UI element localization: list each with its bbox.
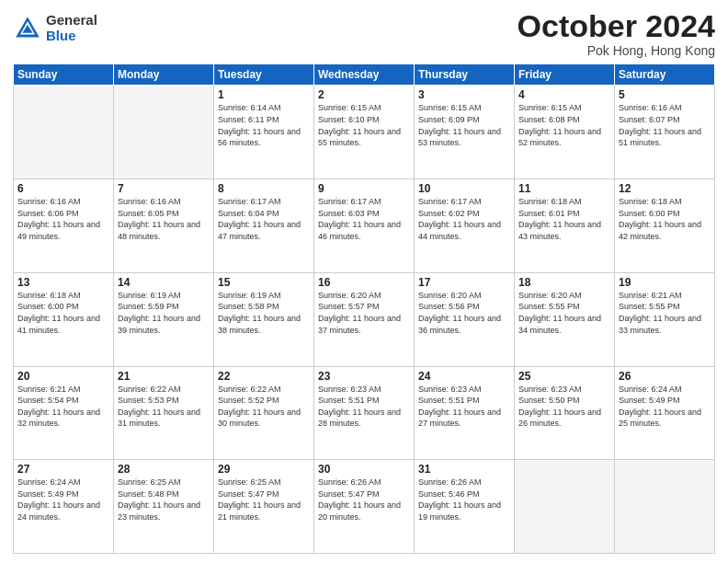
weekday-header-friday: Friday — [515, 64, 615, 86]
calendar-cell-8: 7Sunrise: 6:16 AM Sunset: 6:05 PM Daylig… — [114, 179, 214, 273]
day-number: 23 — [318, 370, 410, 383]
calendar-cell-27: 26Sunrise: 6:24 AM Sunset: 5:49 PM Dayli… — [615, 366, 715, 460]
calendar-cell-1 — [114, 86, 214, 179]
calendar-week-4: 27Sunrise: 6:24 AM Sunset: 5:49 PM Dayli… — [14, 460, 715, 554]
calendar-cell-4: 3Sunrise: 6:15 AM Sunset: 6:09 PM Daylig… — [415, 86, 515, 179]
day-info: Sunrise: 6:26 AM Sunset: 5:46 PM Dayligh… — [418, 477, 510, 523]
calendar-cell-32: 31Sunrise: 6:26 AM Sunset: 5:46 PM Dayli… — [415, 460, 515, 554]
day-info: Sunrise: 6:22 AM Sunset: 5:53 PM Dayligh… — [118, 384, 210, 430]
day-number: 16 — [318, 276, 410, 289]
day-number: 18 — [518, 276, 610, 289]
day-number: 12 — [619, 182, 711, 195]
calendar-cell-30: 29Sunrise: 6:25 AM Sunset: 5:47 PM Dayli… — [214, 460, 314, 554]
day-number: 29 — [218, 463, 310, 476]
day-number: 9 — [318, 182, 410, 195]
day-number: 25 — [518, 370, 610, 383]
day-info: Sunrise: 6:16 AM Sunset: 6:06 PM Dayligh… — [17, 196, 109, 242]
day-number: 2 — [318, 88, 410, 101]
day-info: Sunrise: 6:18 AM Sunset: 6:00 PM Dayligh… — [619, 196, 711, 242]
day-number: 5 — [619, 88, 711, 101]
calendar-cell-31: 30Sunrise: 6:26 AM Sunset: 5:47 PM Dayli… — [314, 460, 415, 554]
day-number: 19 — [619, 276, 711, 289]
day-number: 11 — [518, 182, 610, 195]
day-number: 24 — [418, 370, 510, 383]
day-info: Sunrise: 6:24 AM Sunset: 5:49 PM Dayligh… — [619, 384, 711, 430]
calendar-cell-10: 9Sunrise: 6:17 AM Sunset: 6:03 PM Daylig… — [314, 179, 415, 273]
day-info: Sunrise: 6:23 AM Sunset: 5:50 PM Dayligh… — [518, 384, 610, 430]
day-info: Sunrise: 6:20 AM Sunset: 5:57 PM Dayligh… — [318, 290, 410, 336]
day-number: 4 — [518, 88, 610, 101]
weekday-header-tuesday: Tuesday — [214, 64, 314, 86]
day-info: Sunrise: 6:17 AM Sunset: 6:03 PM Dayligh… — [318, 196, 410, 242]
calendar-cell-21: 20Sunrise: 6:21 AM Sunset: 5:54 PM Dayli… — [14, 366, 114, 460]
calendar-cell-28: 27Sunrise: 6:24 AM Sunset: 5:49 PM Dayli… — [14, 460, 114, 554]
day-info: Sunrise: 6:26 AM Sunset: 5:47 PM Dayligh… — [318, 477, 410, 523]
calendar-cell-34 — [615, 460, 715, 554]
day-info: Sunrise: 6:19 AM Sunset: 5:58 PM Dayligh… — [218, 290, 310, 336]
day-number: 1 — [218, 88, 310, 101]
logo-icon — [13, 14, 42, 43]
day-info: Sunrise: 6:18 AM Sunset: 6:01 PM Dayligh… — [518, 196, 610, 242]
day-info: Sunrise: 6:19 AM Sunset: 5:59 PM Dayligh… — [118, 290, 210, 336]
weekday-header-sunday: Sunday — [14, 64, 114, 86]
day-info: Sunrise: 6:18 AM Sunset: 6:00 PM Dayligh… — [17, 290, 109, 336]
day-number: 7 — [118, 182, 210, 195]
day-number: 15 — [218, 276, 310, 289]
calendar-week-3: 20Sunrise: 6:21 AM Sunset: 5:54 PM Dayli… — [14, 366, 715, 460]
weekday-header-wednesday: Wednesday — [314, 64, 415, 86]
calendar-cell-19: 18Sunrise: 6:20 AM Sunset: 5:55 PM Dayli… — [515, 272, 615, 366]
day-number: 17 — [418, 276, 510, 289]
day-info: Sunrise: 6:16 AM Sunset: 6:07 PM Dayligh… — [619, 102, 711, 148]
day-number: 27 — [17, 463, 109, 476]
logo-general-text: General — [46, 13, 97, 29]
calendar-cell-17: 16Sunrise: 6:20 AM Sunset: 5:57 PM Dayli… — [314, 272, 415, 366]
day-number: 28 — [118, 463, 210, 476]
day-number: 6 — [17, 182, 109, 195]
day-number: 8 — [218, 182, 310, 195]
calendar-cell-26: 25Sunrise: 6:23 AM Sunset: 5:50 PM Dayli… — [515, 366, 615, 460]
calendar-cell-2: 1Sunrise: 6:14 AM Sunset: 6:11 PM Daylig… — [214, 86, 314, 179]
day-number: 26 — [619, 370, 711, 383]
calendar-week-1: 6Sunrise: 6:16 AM Sunset: 6:06 PM Daylig… — [14, 179, 715, 273]
weekday-header-row: SundayMondayTuesdayWednesdayThursdayFrid… — [14, 64, 715, 86]
day-number: 30 — [318, 463, 410, 476]
day-info: Sunrise: 6:17 AM Sunset: 6:04 PM Dayligh… — [218, 196, 310, 242]
calendar-cell-9: 8Sunrise: 6:17 AM Sunset: 6:04 PM Daylig… — [214, 179, 314, 273]
day-info: Sunrise: 6:21 AM Sunset: 5:54 PM Dayligh… — [17, 384, 109, 430]
calendar-cell-25: 24Sunrise: 6:23 AM Sunset: 5:51 PM Dayli… — [415, 366, 515, 460]
day-info: Sunrise: 6:24 AM Sunset: 5:49 PM Dayligh… — [17, 477, 109, 523]
calendar-title: October 2024 — [518, 9, 715, 43]
day-number: 20 — [17, 370, 109, 383]
header: General Blue October 2024 Pok Hong, Hong… — [13, 9, 715, 58]
day-info: Sunrise: 6:22 AM Sunset: 5:52 PM Dayligh… — [218, 384, 310, 430]
calendar-cell-16: 15Sunrise: 6:19 AM Sunset: 5:58 PM Dayli… — [214, 272, 314, 366]
day-number: 31 — [418, 463, 510, 476]
weekday-header-monday: Monday — [114, 64, 214, 86]
calendar-cell-3: 2Sunrise: 6:15 AM Sunset: 6:10 PM Daylig… — [314, 86, 415, 179]
day-info: Sunrise: 6:20 AM Sunset: 5:55 PM Dayligh… — [518, 290, 610, 336]
calendar-cell-11: 10Sunrise: 6:17 AM Sunset: 6:02 PM Dayli… — [415, 179, 515, 273]
calendar-cell-12: 11Sunrise: 6:18 AM Sunset: 6:01 PM Dayli… — [515, 179, 615, 273]
calendar-cell-5: 4Sunrise: 6:15 AM Sunset: 6:08 PM Daylig… — [515, 86, 615, 179]
day-info: Sunrise: 6:25 AM Sunset: 5:47 PM Dayligh… — [218, 477, 310, 523]
calendar-cell-15: 14Sunrise: 6:19 AM Sunset: 5:59 PM Dayli… — [114, 272, 214, 366]
calendar-week-0: 1Sunrise: 6:14 AM Sunset: 6:11 PM Daylig… — [14, 86, 715, 179]
weekday-header-saturday: Saturday — [615, 64, 715, 86]
calendar-week-2: 13Sunrise: 6:18 AM Sunset: 6:00 PM Dayli… — [14, 272, 715, 366]
day-info: Sunrise: 6:15 AM Sunset: 6:10 PM Dayligh… — [318, 102, 410, 148]
calendar-cell-13: 12Sunrise: 6:18 AM Sunset: 6:00 PM Dayli… — [615, 179, 715, 273]
calendar-cell-29: 28Sunrise: 6:25 AM Sunset: 5:48 PM Dayli… — [114, 460, 214, 554]
calendar-cell-20: 19Sunrise: 6:21 AM Sunset: 5:55 PM Dayli… — [615, 272, 715, 366]
day-number: 10 — [418, 182, 510, 195]
day-info: Sunrise: 6:14 AM Sunset: 6:11 PM Dayligh… — [218, 102, 310, 148]
calendar-table: SundayMondayTuesdayWednesdayThursdayFrid… — [13, 63, 715, 554]
day-info: Sunrise: 6:17 AM Sunset: 6:02 PM Dayligh… — [418, 196, 510, 242]
title-block: October 2024 Pok Hong, Hong Kong — [518, 9, 715, 58]
day-info: Sunrise: 6:16 AM Sunset: 6:05 PM Dayligh… — [118, 196, 210, 242]
day-number: 14 — [118, 276, 210, 289]
calendar-cell-22: 21Sunrise: 6:22 AM Sunset: 5:53 PM Dayli… — [114, 366, 214, 460]
calendar-cell-23: 22Sunrise: 6:22 AM Sunset: 5:52 PM Dayli… — [214, 366, 314, 460]
day-number: 21 — [118, 370, 210, 383]
calendar-cell-33 — [515, 460, 615, 554]
logo-blue-text: Blue — [46, 29, 97, 44]
